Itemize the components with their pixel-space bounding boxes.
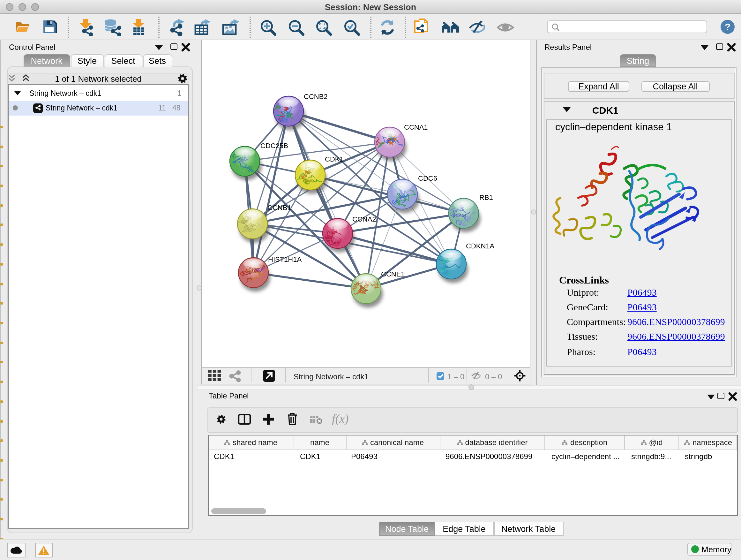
svg-text:CDKN1A: CDKN1A: [466, 242, 495, 250]
svg-text:CCNE1: CCNE1: [381, 270, 405, 278]
svg-text:RB1: RB1: [479, 193, 493, 201]
svg-text:CDK1: CDK1: [325, 155, 344, 163]
svg-text:CDC6: CDC6: [418, 174, 437, 182]
svg-text:CCNB2: CCNB2: [304, 92, 328, 101]
svg-text:CCNA1: CCNA1: [404, 123, 428, 131]
svg-text:CCNB1: CCNB1: [267, 204, 291, 212]
svg-text:HIST1H1A: HIST1H1A: [268, 255, 301, 263]
svg-text:CDC25B: CDC25B: [260, 142, 288, 150]
svg-text:CCNA2: CCNA2: [352, 215, 376, 223]
